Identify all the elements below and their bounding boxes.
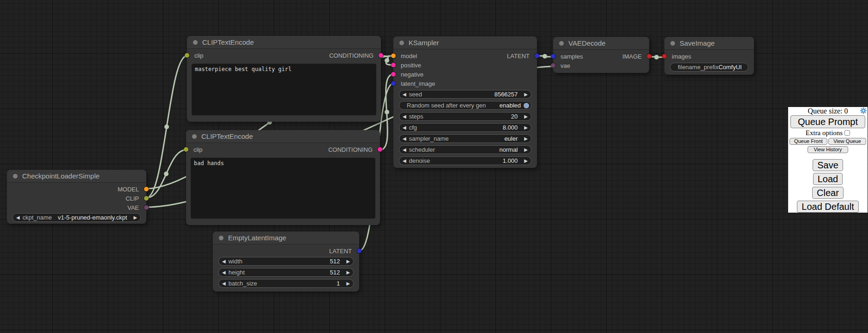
widget-width[interactable]: ◀ width 512 ▶ [218,257,354,266]
node-title-bar[interactable]: SaveImage [664,37,754,50]
widget-scheduler[interactable]: ◀ scheduler normal ▶ [399,145,531,154]
increment-arrow-icon[interactable]: ▶ [524,125,528,130]
queue-prompt-button[interactable]: Queue Prompt [790,115,865,128]
output-port-model[interactable]: MODEL [118,184,146,194]
samples-input-dot[interactable] [551,54,555,59]
collapse-dot-icon[interactable] [219,236,223,240]
queue-front-button[interactable]: Queue Front [790,138,827,145]
node-title-bar[interactable]: KSampler [393,36,537,49]
increment-arrow-icon[interactable]: ▶ [524,92,528,97]
input-port-latent-image[interactable]: latent_image [393,79,435,88]
vae-port-dot[interactable] [144,205,149,210]
node-title-bar[interactable]: CLIPTextEncode [187,36,381,49]
node-title-bar[interactable]: VAEDecode [553,37,649,50]
increment-arrow-icon[interactable]: ▶ [346,259,350,264]
load-button[interactable]: Load [813,173,843,185]
node-clip-text-encode-positive[interactable]: CLIPTextEncode clip CONDITIONING masterp… [187,36,381,122]
model-input-dot[interactable] [391,54,396,58]
latent-port-dot[interactable] [357,249,362,253]
node-save-image[interactable]: SaveImage images filename_prefix ComfyUI [664,37,754,75]
decrement-arrow-icon[interactable]: ◀ [403,158,406,163]
images-input-dot[interactable] [662,54,667,59]
widget-cfg[interactable]: ◀ cfg 8.000 ▶ [399,123,531,132]
positive-prompt-textarea[interactable]: masterpiece best quality girl [192,64,376,115]
node-ksampler[interactable]: KSampler model LATENT positive negative … [393,36,537,168]
input-port-samples[interactable]: samples [553,52,583,61]
decrement-arrow-icon[interactable]: ◀ [16,215,20,220]
collapse-dot-icon[interactable] [399,41,404,45]
node-vae-decode[interactable]: VAEDecode samples IMAGE vae [553,37,649,73]
extra-options-checkbox[interactable] [844,130,850,136]
increment-arrow-icon[interactable]: ▶ [346,270,350,275]
collapse-dot-icon[interactable] [193,40,198,45]
clip-port-dot[interactable] [144,196,149,201]
output-port-latent[interactable]: LATENT [329,246,359,256]
view-history-button[interactable]: View History [808,146,848,153]
widget-denoise[interactable]: ◀ denoise 1.000 ▶ [399,156,531,165]
decrement-arrow-icon[interactable]: ◀ [403,136,406,141]
collapse-dot-icon[interactable] [13,174,18,178]
node-title-bar[interactable]: EmptyLatentImage [213,232,359,244]
output-port-image[interactable]: IMAGE [622,52,649,61]
output-port-latent[interactable]: LATENT [507,51,537,60]
widget-seed[interactable]: ◀ seed 8566257 ▶ [399,90,531,99]
latent-port-dot[interactable] [535,54,539,58]
widget-filename-prefix[interactable]: filename_prefix ComfyUI [670,63,748,71]
vae-input-dot[interactable] [551,63,555,68]
widget-steps[interactable]: ◀ steps 20 ▶ [399,112,531,121]
increment-arrow-icon[interactable]: ▶ [133,215,137,220]
decrement-arrow-icon[interactable]: ◀ [403,147,406,152]
increment-arrow-icon[interactable]: ▶ [524,147,528,152]
widget-batch-size[interactable]: ◀ batch_size 1 ▶ [218,279,354,288]
latent-image-input-dot[interactable] [391,81,396,86]
image-port-dot[interactable] [647,54,651,59]
increment-arrow-icon[interactable]: ▶ [524,158,528,163]
widget-height[interactable]: ◀ height 512 ▶ [218,268,354,277]
node-graph-canvas[interactable]: CheckpointLoaderSimple MODEL CLIP VAE ◀ … [0,0,868,333]
clip-input-dot[interactable] [185,53,189,58]
model-port-dot[interactable] [144,187,149,191]
load-default-button[interactable]: Load Default [797,201,858,213]
decrement-arrow-icon[interactable]: ◀ [403,125,406,130]
node-clip-text-encode-negative[interactable]: CLIPTextEncode clip CONDITIONING bad han… [186,130,380,225]
input-port-clip[interactable]: clip [187,51,204,60]
positive-input-dot[interactable] [391,63,396,67]
decrement-arrow-icon[interactable]: ◀ [403,92,406,97]
input-port-negative[interactable]: negative [393,70,423,79]
clip-input-dot[interactable] [184,147,188,152]
output-port-clip[interactable]: CLIP [126,194,146,203]
node-checkpoint-loader[interactable]: CheckpointLoaderSimple MODEL CLIP VAE ◀ … [7,170,146,224]
increment-arrow-icon[interactable]: ▶ [346,281,350,286]
input-port-vae[interactable]: vae [553,61,570,70]
decrement-arrow-icon[interactable]: ◀ [222,259,226,264]
input-port-images[interactable]: images [664,52,691,61]
widget-sampler-name[interactable]: ◀ sampler_name euler ▶ [399,134,531,143]
increment-arrow-icon[interactable]: ▶ [524,136,528,141]
decrement-arrow-icon[interactable]: ◀ [403,114,406,119]
conditioning-port-dot[interactable] [378,147,382,152]
view-queue-button[interactable]: View Queue [828,138,866,145]
increment-arrow-icon[interactable]: ▶ [524,114,528,119]
toggle-dot[interactable] [524,103,529,108]
clear-button[interactable]: Clear [812,187,844,199]
settings-gear-icon[interactable] [860,107,867,114]
decrement-arrow-icon[interactable]: ◀ [222,270,226,275]
output-port-conditioning[interactable]: CONDITIONING [329,51,381,60]
input-port-model[interactable]: model [393,51,417,60]
collapse-dot-icon[interactable] [192,134,197,139]
input-port-positive[interactable]: positive [393,60,421,70]
decrement-arrow-icon[interactable]: ◀ [222,281,226,286]
negative-prompt-textarea[interactable]: bad hands [191,158,375,219]
input-port-clip[interactable]: clip [186,145,203,154]
node-empty-latent-image[interactable]: EmptyLatentImage LATENT ◀ width 512 ▶ ◀ … [213,232,359,291]
negative-input-dot[interactable] [391,72,396,77]
node-title-bar[interactable]: CLIPTextEncode [186,130,380,143]
output-port-vae[interactable]: VAE [127,203,146,212]
collapse-dot-icon[interactable] [559,41,564,46]
conditioning-port-dot[interactable] [379,53,383,58]
widget-ckpt-name[interactable]: ◀ ckpt_name v1-5-pruned-emaonly.ckpt ▶ [12,213,141,222]
save-button[interactable]: Save [813,159,843,171]
output-port-conditioning[interactable]: CONDITIONING [328,145,380,154]
collapse-dot-icon[interactable] [670,41,675,46]
widget-random-seed-toggle[interactable]: Random seed after every gen enabled [399,101,531,110]
